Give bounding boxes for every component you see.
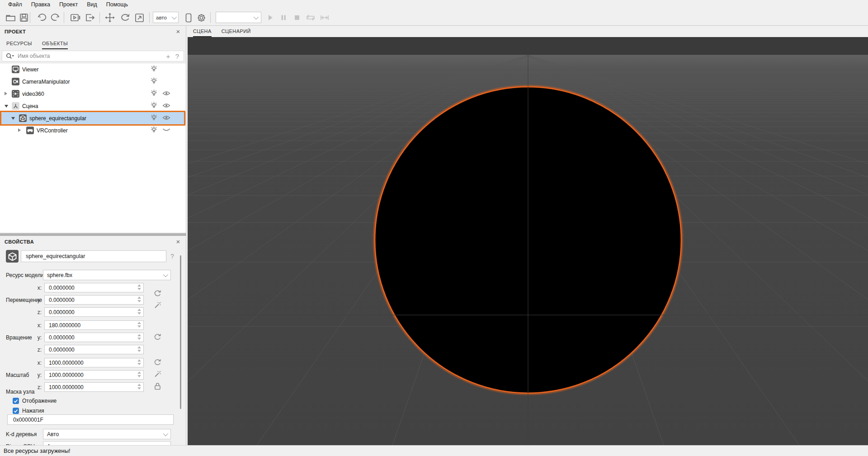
axis-label: x: [35, 360, 44, 366]
axis-label: y: [35, 334, 44, 341]
spinner-control[interactable] [137, 359, 141, 365]
spinner-control[interactable] [137, 284, 141, 290]
rig-gpu-select[interactable]: Авто [43, 441, 171, 445]
Вращение-y-input[interactable]: 0.0000000 [44, 333, 144, 342]
Масштаб-x-input[interactable]: 1000.0000000 [44, 358, 144, 367]
checkbox-row-2[interactable]: Нажатия [13, 408, 44, 414]
mask-hex-input[interactable]: 0x0000001F [7, 414, 174, 425]
help-icon[interactable]: ? [170, 253, 174, 260]
lamp-icon[interactable] [151, 89, 157, 99]
save-button[interactable] [17, 11, 31, 24]
tree-item-sphere-equirectangular[interactable]: sphere_equirectangular [0, 112, 186, 124]
search-placeholder: Имя объекта [18, 53, 164, 59]
project-tabs: РЕСУРСЫОБЪЕКТЫ [0, 38, 186, 49]
checkbox-label: Отображение [22, 398, 57, 404]
project-panel: ПРОЕКТ × РЕСУРСЫОБЪЕКТЫ Имя объекта + ? … [0, 26, 186, 233]
tree-item-сцена[interactable]: Сцена [0, 100, 186, 112]
lamp-icon[interactable] [151, 77, 157, 87]
spinner-control[interactable] [137, 296, 141, 302]
model-resource-select[interactable]: sphere.fbx [43, 270, 171, 280]
scale-tool-button[interactable] [132, 11, 146, 24]
status-message: Все ресурсы загружены! [4, 447, 71, 454]
kd-trees-select[interactable]: Авто [43, 429, 171, 439]
menu-item-3[interactable]: Проект [55, 0, 82, 9]
Перемещение-x-input[interactable]: 0.0000000 [44, 283, 144, 292]
wand-icon[interactable] [154, 370, 161, 380]
Масштаб-y-input[interactable]: 1000.0000000 [44, 370, 144, 380]
Масштаб-z-input[interactable]: 1000.0000000 [44, 382, 144, 392]
stop-button[interactable] [290, 11, 304, 24]
spinner-control[interactable] [137, 371, 141, 377]
tree-item-viewer[interactable]: Viewer [0, 63, 186, 75]
collapse-arrow-icon[interactable] [5, 105, 8, 108]
checkbox-checked[interactable] [13, 398, 19, 404]
spinner-control[interactable] [137, 309, 141, 315]
eye-open-icon[interactable] [162, 90, 170, 98]
record-video-button[interactable] [69, 11, 82, 24]
wand-icon[interactable] [154, 301, 161, 311]
object-search-input[interactable]: Имя объекта + ? [2, 51, 184, 61]
lamp-icon[interactable] [151, 65, 157, 75]
tree-item-video360[interactable]: video360 [0, 88, 186, 100]
eye-open-icon[interactable] [162, 114, 170, 122]
spinner-control[interactable] [137, 322, 141, 328]
Перемещение-y-input[interactable]: 0.0000000 [44, 295, 144, 305]
lamp-icon[interactable] [151, 101, 157, 111]
Вращение-z-input[interactable]: 0.0000000 [44, 345, 144, 354]
spinner-control[interactable] [137, 346, 141, 352]
search-icon[interactable] [6, 53, 14, 59]
collapse-arrow-icon[interactable] [11, 117, 15, 120]
reset-icon[interactable] [154, 289, 161, 299]
close-icon[interactable]: × [174, 28, 182, 36]
settings-button[interactable] [194, 11, 208, 24]
tree-item-label: video360 [22, 91, 44, 97]
menu-item-5[interactable]: Помощь [102, 0, 132, 9]
rotate-tool-button[interactable] [118, 11, 132, 24]
viewer-icon [12, 66, 19, 73]
checkbox-row-1[interactable]: Отображение [13, 398, 57, 404]
close-icon[interactable]: × [174, 238, 182, 246]
spinner-control[interactable] [137, 384, 141, 390]
Вращение-x-input[interactable]: 180.0000000 [44, 320, 144, 330]
properties-panel-header: СВОЙСТВА × [0, 236, 186, 248]
menu-item-2[interactable]: Правка [27, 0, 55, 9]
mode-select[interactable]: авто [153, 12, 179, 23]
move-tool-button[interactable] [103, 11, 117, 24]
viewport-3d-scene[interactable] [188, 37, 868, 445]
node-name-input[interactable]: sphere_equirectangular [21, 250, 166, 262]
eye-open-icon[interactable] [162, 102, 170, 110]
redo-button[interactable] [48, 11, 62, 24]
undo-button[interactable] [35, 11, 49, 24]
checkbox-checked[interactable] [13, 408, 19, 414]
lock-icon[interactable] [154, 382, 161, 392]
tree-item-cameramanipulator[interactable]: CameraManipulator [0, 75, 186, 88]
project-tab-2[interactable]: ОБЪЕКТЫ [42, 41, 68, 49]
reset-icon[interactable] [154, 333, 161, 342]
device-button[interactable] [182, 11, 195, 24]
expand-arrow-icon[interactable] [18, 128, 21, 132]
play-button[interactable] [264, 11, 277, 24]
pause-button[interactable] [277, 11, 290, 24]
scenario-select[interactable] [216, 12, 261, 23]
viewport-tab-1[interactable]: СЦЕНА [193, 28, 212, 37]
loop-button[interactable] [304, 11, 317, 24]
help-button[interactable]: ? [173, 52, 182, 60]
eye-closed-icon[interactable] [162, 127, 170, 135]
open-folder-button[interactable] [4, 11, 17, 24]
spinner-control[interactable] [137, 334, 141, 340]
menu-item-1[interactable]: Файл [4, 0, 27, 9]
menu-item-4[interactable]: Вид [82, 0, 102, 9]
Перемещение-z-input[interactable]: 0.0000000 [44, 307, 144, 317]
add-object-button[interactable]: + [164, 52, 173, 60]
tree-item-vrcontroller[interactable]: VRController [0, 124, 186, 136]
properties-scrollbar[interactable] [180, 255, 181, 409]
export-button[interactable] [84, 11, 97, 24]
range-button[interactable] [318, 11, 331, 24]
lamp-icon[interactable] [151, 113, 157, 123]
axis-label: z: [35, 309, 44, 315]
reset-icon[interactable] [154, 358, 161, 367]
lamp-icon[interactable] [151, 126, 157, 136]
viewport-tab-2[interactable]: СЦЕНАРИЙ [222, 28, 251, 37]
expand-arrow-icon[interactable] [5, 92, 7, 95]
project-tab-1[interactable]: РЕСУРСЫ [6, 41, 32, 49]
